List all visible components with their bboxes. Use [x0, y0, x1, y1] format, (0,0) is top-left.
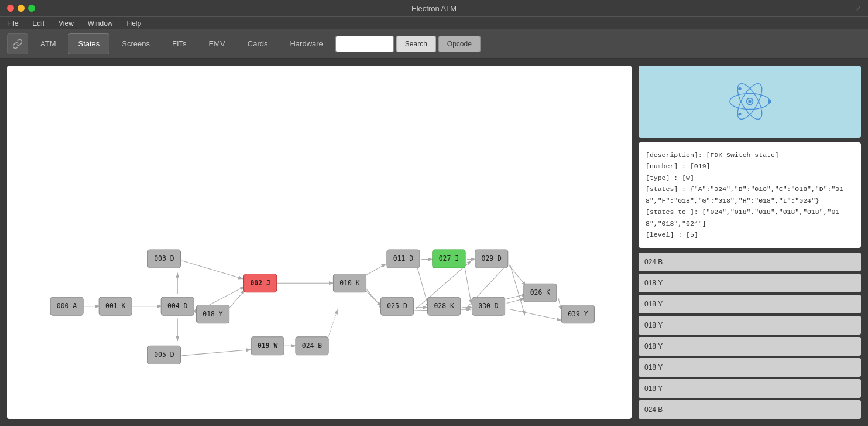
info-level-value: [5] [686, 231, 698, 238]
info-states-label: [states] : {"A":"024","B":"018","C":"018… [646, 185, 843, 205]
info-description-value: [FDK Switch state] [706, 151, 779, 159]
info-number: [number] : [019] [646, 161, 854, 172]
graph-panel: 000 A 001 K 003 D 004 D 005 D [7, 66, 632, 419]
node-005[interactable]: 005 D [147, 346, 180, 364]
minimize-button[interactable] [18, 5, 25, 12]
node-028[interactable]: 028 K [428, 297, 461, 315]
search-button[interactable]: Search [396, 36, 436, 52]
node-011[interactable]: 011 D [387, 250, 420, 268]
menu-help[interactable]: Help [125, 18, 144, 29]
info-number-label: [number] : [646, 162, 690, 170]
svg-text:010 K: 010 K [339, 279, 360, 287]
svg-text:019 W: 019 W [258, 342, 278, 350]
info-description-label: [description]: [646, 151, 706, 159]
info-states-to: [states_to ]: ["024","018","018","018","… [646, 206, 854, 229]
search-input[interactable] [335, 36, 394, 52]
list-item-7[interactable]: 024 B [639, 400, 861, 419]
svg-text:027 I: 027 I [439, 254, 459, 263]
info-box: [description]: [FDK Switch state] [numbe… [639, 142, 861, 248]
svg-text:029 D: 029 D [482, 254, 502, 263]
info-level: [level] : [5] [646, 229, 854, 241]
right-panel: [description]: [FDK Switch state] [numbe… [639, 66, 861, 419]
svg-line-24 [464, 264, 471, 305]
titlebar: Electron ATM ⤢ [0, 0, 868, 16]
svg-line-26 [510, 309, 561, 321]
list-item-0[interactable]: 024 B [639, 253, 861, 271]
info-type-value: [W] [682, 174, 694, 182]
svg-text:018 Y: 018 Y [203, 310, 223, 318]
node-029[interactable]: 029 D [475, 250, 508, 268]
tab-screens[interactable]: Screens [112, 33, 160, 54]
list-item-6[interactable]: 018 Y [639, 379, 861, 398]
svg-point-72 [768, 100, 771, 103]
svg-text:028 K: 028 K [434, 302, 454, 310]
svg-text:024 B: 024 B [302, 342, 323, 350]
maximize-button[interactable] [28, 5, 35, 12]
list-item-1[interactable]: 018 Y [639, 274, 861, 292]
list-item-3[interactable]: 018 Y [639, 316, 861, 335]
resize-icon: ⤢ [856, 5, 861, 12]
node-039[interactable]: 039 Y [561, 305, 594, 323]
node-018[interactable]: 018 Y [196, 305, 229, 323]
svg-text:005 D: 005 D [154, 350, 174, 359]
svg-line-7 [228, 290, 245, 309]
tab-atm[interactable]: ATM [30, 33, 66, 54]
traffic-lights [7, 5, 35, 12]
toolbar: ATM States Screens FITs EMV Cards Hardwa… [0, 29, 868, 59]
node-026[interactable]: 026 K [524, 284, 557, 302]
side-list: 024 B 018 Y 018 Y 018 Y 018 Y 018 Y 018 … [639, 253, 861, 419]
svg-point-74 [738, 113, 741, 115]
info-number-value: [019] [690, 162, 711, 170]
svg-line-6 [182, 261, 243, 279]
svg-text:026 K: 026 K [530, 288, 551, 297]
opcode-button[interactable]: Opcode [438, 36, 481, 52]
node-003[interactable]: 003 D [147, 250, 180, 268]
svg-point-73 [738, 87, 741, 90]
node-030[interactable]: 030 D [472, 297, 505, 315]
node-027[interactable]: 027 I [433, 250, 465, 268]
node-024[interactable]: 024 B [296, 337, 328, 355]
node-010[interactable]: 010 K [333, 274, 366, 292]
list-item-5[interactable]: 018 Y [639, 358, 861, 377]
electron-icon [723, 75, 776, 128]
list-item-4[interactable]: 018 Y [639, 337, 861, 356]
menu-file[interactable]: File [5, 18, 20, 29]
state-graph: 000 A 001 K 003 D 004 D 005 D [7, 66, 632, 419]
node-001[interactable]: 001 K [99, 297, 132, 315]
preview-box [639, 66, 861, 138]
svg-text:002 J: 002 J [250, 279, 270, 287]
svg-line-25 [510, 264, 525, 315]
svg-text:001 K: 001 K [105, 302, 126, 310]
svg-line-17 [509, 265, 526, 286]
svg-text:030 D: 030 D [478, 302, 499, 310]
svg-text:025 D: 025 D [387, 302, 407, 310]
tab-emv[interactable]: EMV [199, 33, 235, 54]
close-button[interactable] [7, 5, 14, 12]
menu-window[interactable]: Window [85, 18, 115, 29]
menu-edit[interactable]: Edit [30, 18, 47, 29]
svg-text:004 D: 004 D [167, 302, 188, 310]
svg-text:000 A: 000 A [57, 302, 77, 310]
tab-hardware[interactable]: Hardware [280, 33, 332, 54]
main-content: 000 A 001 K 003 D 004 D 005 D [0, 59, 868, 426]
tab-cards[interactable]: Cards [238, 33, 278, 54]
link-icon-button[interactable] [7, 33, 28, 54]
svg-line-18 [507, 298, 525, 303]
node-025[interactable]: 025 D [381, 297, 414, 315]
menubar: File Edit View Window Help [0, 16, 868, 29]
node-004[interactable]: 004 D [161, 297, 194, 315]
svg-line-11 [365, 264, 386, 276]
node-019[interactable]: 019 W [251, 337, 284, 355]
info-states-to-label: [states_to ]: ["024","018","018","018","… [646, 208, 839, 227]
svg-text:003 D: 003 D [154, 254, 174, 263]
menu-view[interactable]: View [56, 18, 76, 29]
node-002[interactable]: 002 J [244, 274, 277, 292]
app-title: Electron ATM [411, 4, 457, 13]
tab-fits[interactable]: FITs [162, 33, 197, 54]
svg-text:039 Y: 039 Y [568, 310, 588, 318]
info-type-label: [type] : [646, 174, 682, 182]
tab-states[interactable]: States [68, 33, 109, 54]
svg-line-8 [182, 349, 252, 355]
list-item-2[interactable]: 018 Y [639, 295, 861, 313]
node-000[interactable]: 000 A [50, 297, 83, 315]
